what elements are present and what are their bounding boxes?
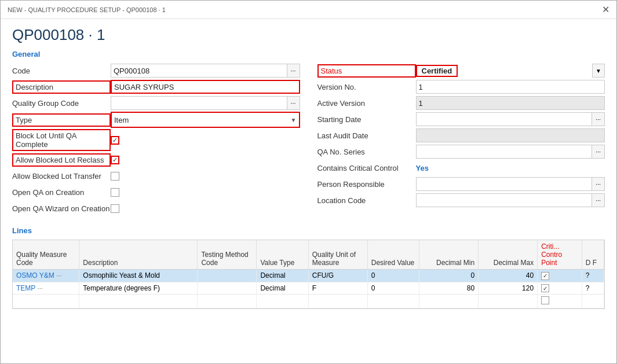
open-qa-wizard-row: Open QA Wizard on Creation	[12, 201, 300, 216]
allow-transfer-checkbox[interactable]	[111, 172, 119, 181]
cell-empty-extra	[582, 295, 604, 308]
quality-group-label: Quality Group Code	[12, 99, 111, 108]
block-lot-label: Block Lot Until QA Complete	[12, 129, 111, 151]
code-input[interactable]	[111, 64, 287, 78]
cell-unit-1: CFU/G	[308, 270, 367, 282]
allow-blocked-checkbox[interactable]	[111, 156, 119, 164]
status-dropdown-btn[interactable]: ▼	[592, 64, 605, 78]
open-qa-creation-label: Open QA on Creation	[12, 188, 111, 197]
th-extra: D F	[582, 240, 604, 270]
critical-checkbox-1[interactable]	[541, 272, 549, 280]
th-decimal-min: Decimal Min	[419, 240, 479, 270]
starting-date-row: Starting Date ···	[317, 112, 605, 127]
th-decimal-max: Decimal Max	[479, 240, 538, 270]
th-testing-method: Testing Method Code	[198, 240, 257, 270]
cell-dec-min-1: 0	[419, 270, 479, 282]
cell-desired-1: 0	[367, 270, 419, 282]
status-row: Status Certified ▼	[317, 63, 605, 78]
version-no-input[interactable]	[416, 80, 605, 94]
close-button[interactable]: ✕	[602, 4, 609, 15]
cell-extra-1: ?	[582, 270, 604, 282]
cell-empty-5	[308, 295, 367, 308]
type-label: Type	[12, 113, 111, 127]
cell-empty-3	[198, 295, 257, 308]
active-version-row: Active Version	[317, 95, 605, 111]
starting-date-wrapper: ···	[416, 112, 605, 126]
cell-dec-max-1: 40	[479, 270, 538, 282]
cell-description-1: Osmophilic Yeast & Mold	[79, 270, 198, 282]
cell-empty-1	[13, 295, 79, 308]
critical-checkbox-2[interactable]	[541, 284, 549, 292]
person-responsible-input[interactable]	[416, 177, 593, 191]
lines-section-title: Lines	[12, 226, 605, 235]
cell-extra-2: ?	[582, 282, 604, 295]
lines-table: Quality Measure Code Description Testing…	[13, 240, 604, 308]
cell-value-type-2: Decimal	[257, 282, 308, 295]
table-row[interactable]: TEMP ··· Temperature (degrees F) Decimal…	[13, 282, 604, 295]
description-input[interactable]	[111, 80, 300, 94]
status-label: Status	[317, 64, 416, 78]
cell-testing-1	[198, 270, 257, 282]
open-qa-creation-checkbox[interactable]	[111, 188, 119, 197]
qa-no-series-ellipsis-btn[interactable]: ···	[592, 145, 605, 159]
person-responsible-ellipsis-btn[interactable]: ···	[592, 177, 605, 191]
th-value-type: Value Type	[257, 240, 308, 270]
status-value: Certified	[416, 65, 458, 77]
critical-checkbox-empty[interactable]	[541, 296, 549, 304]
code-ellipsis-btn[interactable]: ···	[287, 64, 300, 78]
quality-group-input[interactable]	[111, 96, 287, 110]
cell-desired-2: 0	[367, 282, 419, 295]
qa-no-series-wrapper: ···	[416, 145, 605, 159]
left-form-col: Code ··· Description Quality Group Code	[12, 63, 300, 217]
right-form-col: Status Certified ▼ Version No. Active Ve…	[317, 63, 605, 217]
th-critical-control-point: Criti... Contro Point	[538, 240, 582, 270]
cell-unit-2: F	[308, 282, 367, 295]
open-qa-creation-row: Open QA on Creation	[12, 185, 300, 200]
quality-group-row: Quality Group Code ···	[12, 95, 300, 111]
contains-critical-row: Contains Critical Control Yes	[317, 160, 605, 175]
last-audit-row: Last Audit Date	[317, 128, 605, 143]
open-qa-wizard-checkbox[interactable]	[111, 204, 119, 213]
location-code-label: Location Code	[317, 196, 416, 205]
last-audit-label: Last Audit Date	[317, 131, 416, 140]
location-code-ellipsis-btn[interactable]: ···	[592, 193, 605, 207]
table-row-empty[interactable]	[13, 295, 604, 308]
starting-date-ellipsis-btn[interactable]: ···	[592, 112, 605, 126]
cell-empty-8	[479, 295, 538, 308]
row2-dots-btn[interactable]: ···	[38, 285, 43, 292]
contains-critical-value: Yes	[416, 164, 429, 172]
cell-empty-2	[79, 295, 198, 308]
starting-date-input[interactable]	[416, 112, 593, 126]
th-desired-value: Desired Value	[367, 240, 419, 270]
location-code-input[interactable]	[416, 193, 593, 207]
th-unit-of-measure: Quality Unit of Measure	[308, 240, 367, 270]
cell-empty-7	[419, 295, 479, 308]
cell-critical-2	[538, 282, 582, 295]
table-row[interactable]: OSMO Y&M ··· Osmophilic Yeast & Mold Dec…	[13, 270, 604, 282]
person-responsible-label: Person Responsible	[317, 180, 416, 189]
location-code-wrapper: ···	[416, 193, 605, 207]
code-label: Code	[12, 67, 111, 75]
row1-dots-btn[interactable]: ···	[56, 272, 61, 279]
cell-dec-max-2: 120	[479, 282, 538, 295]
allow-transfer-row: Allow Blocked Lot Transfer	[12, 168, 300, 183]
cell-empty-4	[257, 295, 308, 308]
lines-table-wrapper: Quality Measure Code Description Testing…	[12, 240, 605, 309]
title-bar-text: NEW - QUALITY PROCEDURE SETUP - QP000108…	[8, 6, 166, 13]
cell-value-type-1: Decimal	[257, 270, 308, 282]
cell-empty-critical	[538, 295, 582, 308]
quality-group-wrapper: ···	[111, 96, 300, 110]
allow-blocked-label: Allow Blocked Lot Reclass	[12, 153, 111, 167]
lines-section: Lines Quality Measure Code Description	[12, 226, 605, 309]
block-lot-row: Block Lot Until QA Complete	[12, 129, 300, 151]
quality-group-ellipsis-btn[interactable]: ···	[287, 96, 300, 110]
th-description: Description	[79, 240, 198, 270]
code-row: Code ···	[12, 63, 300, 78]
type-row: Type Item ▼	[12, 112, 300, 128]
block-lot-checkbox[interactable]	[111, 136, 119, 145]
qa-no-series-input[interactable]	[416, 145, 593, 159]
type-select[interactable]: Item	[112, 113, 299, 127]
cell-dec-min-2: 80	[419, 282, 479, 295]
table-body: OSMO Y&M ··· Osmophilic Yeast & Mold Dec…	[13, 270, 604, 308]
cell-quality-measure-code: OSMO Y&M ···	[13, 270, 79, 282]
